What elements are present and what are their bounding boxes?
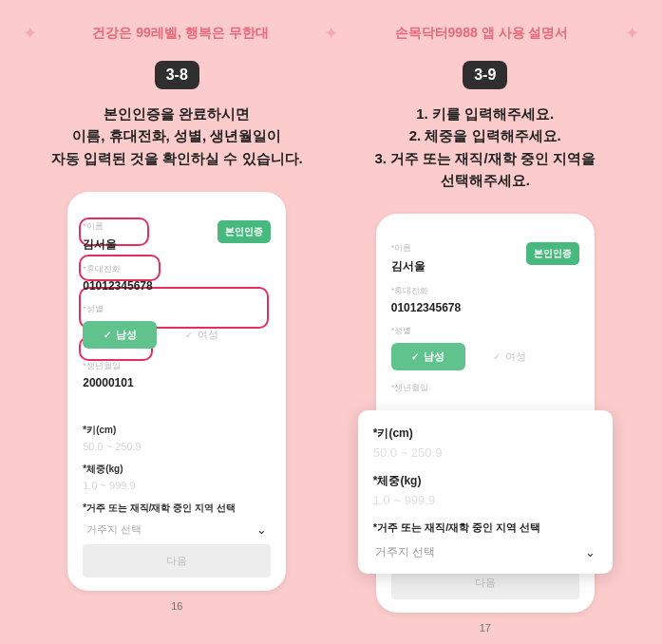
region-placeholder: 거주지 선택: [375, 544, 435, 560]
tel-value[interactable]: 01012345678: [391, 299, 579, 317]
field-tel: *휴대전화 01012345678: [391, 285, 579, 317]
gender-female-label: 여성: [505, 350, 526, 364]
gender-male-label: 남성: [116, 328, 137, 342]
zoom-panel: *키(cm) 50.0 ~ 250.9 *체중(kg) 1.0 ~ 999.9 …: [358, 410, 613, 574]
field-name: *이름 김서울 본인인증: [83, 220, 271, 256]
field-height: *키(cm) 50.0 ~ 250.9: [83, 424, 271, 455]
gender-female-chip[interactable]: ✓ 여성: [473, 343, 547, 370]
instruction-line: 1. 키를 입력해주세요.: [374, 103, 596, 124]
content-row: 3-8 본인인증을 완료하시면 이름, 휴대전화, 성별, 생년월일이 자동 입…: [0, 44, 662, 634]
field-region: *거주 또는 재직/재학 중인 지역 선택 거주지 선택 ⌄: [83, 502, 271, 537]
field-weight: *체중(kg) 1.0 ~ 999.9: [83, 463, 271, 494]
region-label: *거주 또는 재직/재학 중인 지역 선택: [373, 521, 597, 535]
height-label: *키(cm): [373, 426, 597, 442]
page-number: 17: [480, 622, 491, 634]
chevron-down-icon: ⌄: [585, 545, 596, 559]
right-column: 3-9 1. 키를 입력해주세요. 2. 체중을 입력해주세요. 3. 거주 또…: [331, 44, 640, 634]
height-input[interactable]: 50.0 ~ 250.9: [83, 439, 271, 455]
weight-input[interactable]: 1.0 ~ 999.9: [373, 493, 597, 507]
sparkle-icon: ✦: [324, 23, 338, 44]
field-dob: *생년월일: [391, 382, 579, 396]
left-column: 3-8 본인인증을 완료하시면 이름, 휴대전화, 성별, 생년월일이 자동 입…: [23, 44, 331, 634]
gender-male-label: 남성: [424, 350, 444, 364]
dob-value[interactable]: 20000101: [83, 374, 271, 392]
panel-height: *키(cm) 50.0 ~ 250.9: [373, 426, 597, 460]
check-icon: ✓: [185, 330, 193, 340]
dob-label: *생년월일: [391, 382, 579, 394]
tel-label: *휴대전화: [83, 263, 271, 275]
weight-label: *체중(kg): [373, 473, 597, 489]
instruction-line: 이름, 휴대전화, 성별, 생년월일이: [51, 124, 303, 146]
header-right-title: 손목닥터9988 앱 사용 설명서: [338, 25, 625, 42]
field-dob: *생년월일 20000101: [83, 360, 271, 392]
step-badge: 3-8: [155, 61, 199, 89]
gender-male-chip[interactable]: ✓ 남성: [391, 343, 465, 370]
instruction-line: 선택해주세요.: [374, 169, 596, 191]
next-button[interactable]: 다음: [83, 544, 271, 578]
gender-male-chip[interactable]: ✓ 남성: [83, 321, 157, 349]
field-tel: *휴대전화 01012345678: [83, 263, 271, 295]
page-number: 16: [171, 600, 182, 612]
instruction-line: 3. 거주 또는 재직/재학 중인 지역을: [374, 147, 596, 169]
phone-mockup: *이름 김서울 본인인증 *휴대전화 01012345678 *성별 ✓ 남성 …: [67, 192, 286, 591]
weight-input[interactable]: 1.0 ~ 999.9: [83, 478, 271, 494]
gender-female-label: 여성: [198, 328, 218, 342]
gender-row: ✓ 남성 ✓ 여성: [391, 339, 579, 374]
panel-region: *거주 또는 재직/재학 중인 지역 선택 거주지 선택 ⌄: [373, 521, 597, 560]
gender-label: *성별: [83, 303, 271, 315]
verify-button[interactable]: 본인인증: [526, 242, 579, 265]
header-row: ✦ 건강은 99레벨, 행복은 무한대 ✦ 손목닥터9988 앱 사용 설명서 …: [0, 23, 662, 44]
weight-label: *체중(kg): [83, 463, 271, 476]
sparkle-icon: ✦: [23, 23, 37, 44]
height-label: *키(cm): [83, 424, 271, 437]
region-label: *거주 또는 재직/재학 중인 지역 선택: [83, 502, 271, 515]
gender-row: ✓ 남성 ✓ 여성: [83, 317, 271, 352]
verify-button[interactable]: 본인인증: [218, 220, 271, 243]
instruction-line: 2. 체중을 입력해주세요.: [374, 124, 596, 146]
height-input[interactable]: 50.0 ~ 250.9: [373, 445, 597, 460]
tel-label: *휴대전화: [391, 285, 579, 297]
check-icon: ✓: [411, 351, 419, 362]
region-select[interactable]: 거주지 선택 ⌄: [373, 544, 597, 560]
tel-value[interactable]: 01012345678: [83, 277, 271, 295]
instruction-line: 자동 입력된 것을 확인하실 수 있습니다.: [51, 147, 303, 169]
check-icon: ✓: [493, 351, 501, 362]
sparkle-icon: ✦: [625, 23, 639, 44]
field-gender: *성별 ✓ 남성 ✓ 여성: [391, 325, 579, 374]
field-name: *이름 김서울 본인인증: [391, 242, 579, 277]
gender-female-chip[interactable]: ✓ 여성: [164, 321, 238, 349]
region-placeholder: 거주지 선택: [86, 522, 142, 537]
chevron-down-icon: ⌄: [256, 522, 267, 537]
panel-weight: *체중(kg) 1.0 ~ 999.9: [373, 473, 597, 507]
instruction-line: 본인인증을 완료하시면: [51, 103, 303, 124]
dob-label: *생년월일: [83, 360, 271, 372]
field-gender: *성별 ✓ 남성 ✓ 여성: [83, 303, 271, 352]
instructions: 본인인증을 완료하시면 이름, 휴대전화, 성별, 생년월일이 자동 입력된 것…: [51, 103, 303, 169]
instructions: 1. 키를 입력해주세요. 2. 체중을 입력해주세요. 3. 거주 또는 재직…: [374, 103, 596, 191]
gender-label: *성별: [391, 325, 579, 337]
header-left-title: 건강은 99레벨, 행복은 무한대: [37, 25, 324, 42]
region-select[interactable]: 거주지 선택 ⌄: [83, 517, 271, 537]
step-badge: 3-9: [463, 61, 507, 89]
check-icon: ✓: [104, 330, 111, 340]
